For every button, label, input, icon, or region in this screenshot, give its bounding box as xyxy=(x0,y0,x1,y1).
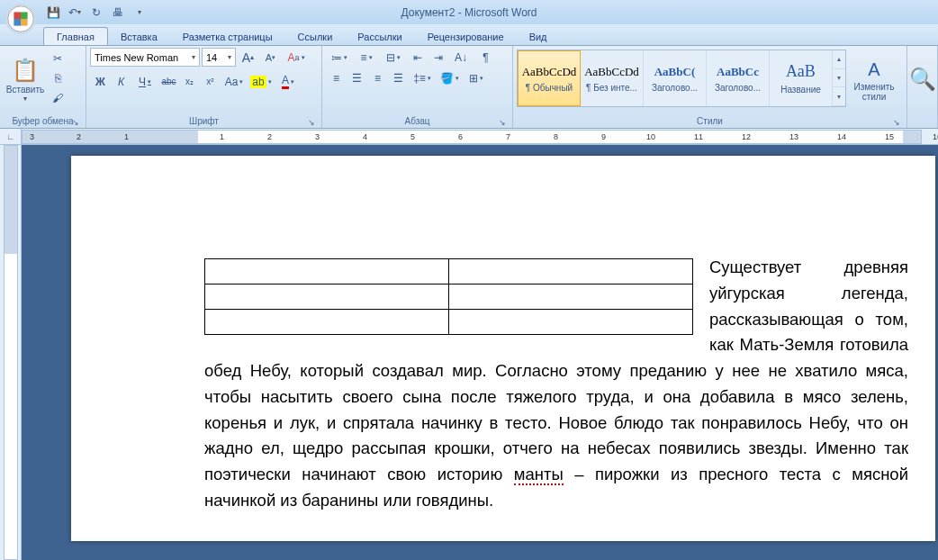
office-button[interactable] xyxy=(4,2,38,36)
group-styles: AaBbCcDd¶ Обычный AaBbCcDd¶ Без инте... … xyxy=(513,46,907,128)
styles-up[interactable]: ▴ xyxy=(833,50,845,69)
table-row[interactable] xyxy=(205,285,693,310)
align-center-button[interactable]: ☰ xyxy=(347,68,367,87)
style-normal[interactable]: AaBbCcDd¶ Обычный xyxy=(518,50,581,106)
tab-review[interactable]: Рецензирование xyxy=(415,28,517,45)
qat-save[interactable]: 💾 xyxy=(43,3,63,23)
align-left-button[interactable]: ≡ xyxy=(326,68,347,87)
clipboard-group-label: Буфер обмена xyxy=(13,116,74,126)
styles-more[interactable]: ▾ xyxy=(833,87,845,106)
table-row[interactable] xyxy=(205,259,693,285)
horizontal-ruler[interactable]: 3 2 1 1 2 3 4 5 6 7 8 9 10 11 12 13 14 1… xyxy=(22,130,922,144)
table-cell[interactable] xyxy=(449,259,693,285)
subscript-button[interactable]: x₂ xyxy=(179,72,200,91)
font-launcher[interactable]: ↘ xyxy=(305,116,317,128)
style-preview: AaBbC( xyxy=(654,65,696,79)
qat-print[interactable]: 🖶 xyxy=(108,3,128,23)
clipboard-launcher[interactable]: ↘ xyxy=(69,116,81,128)
font-size-combo[interactable]: 14▾ xyxy=(202,48,236,67)
sort-button[interactable]: A↓ xyxy=(448,48,475,67)
font-size-value: 14 xyxy=(206,52,217,63)
decrease-indent-button[interactable]: ⇤ xyxy=(407,48,428,67)
title-bar: 💾 ↶▾ ↻ 🖶 ▾ Документ2 - Microsoft Word xyxy=(0,0,938,24)
strikethrough-button[interactable]: abc xyxy=(158,72,179,91)
tab-page-layout[interactable]: Разметка страницы xyxy=(170,28,285,45)
group-clipboard: 📋 Вставить ▾ ✂ ⎘ 🖌 Буфер обмена↘ xyxy=(0,46,86,128)
tab-insert[interactable]: Вставка xyxy=(108,28,170,45)
work-area: Существует древняя уйгурская легенда, ра… xyxy=(0,145,938,560)
table-cell[interactable] xyxy=(205,285,449,310)
tab-home[interactable]: Главная xyxy=(43,27,108,45)
style-no-spacing[interactable]: AaBbCcDd¶ Без инте... xyxy=(581,50,644,106)
qat-undo[interactable]: ↶▾ xyxy=(65,3,85,23)
styles-launcher[interactable]: ↘ xyxy=(890,116,902,128)
font-name-combo[interactable]: Times New Roman▾ xyxy=(90,48,200,67)
vertical-ruler[interactable] xyxy=(0,145,22,560)
qat-redo[interactable]: ↻ xyxy=(86,3,106,23)
font-name-value: Times New Roman xyxy=(95,52,178,63)
style-name: Заголово... xyxy=(652,83,698,93)
table-row[interactable] xyxy=(205,310,693,335)
style-preview: AaBbCcDd xyxy=(522,65,577,79)
grow-font-button[interactable]: A▴ xyxy=(238,48,258,67)
style-name: Заголово... xyxy=(715,83,761,93)
table-cell[interactable] xyxy=(449,310,693,335)
style-name: ¶ Обычный xyxy=(526,83,573,93)
borders-button[interactable]: ⊞▾ xyxy=(463,68,490,87)
bold-button[interactable]: Ж xyxy=(90,72,111,91)
shrink-font-button[interactable]: A▾ xyxy=(260,48,281,67)
find-button[interactable]: 🔍 xyxy=(909,48,936,113)
show-marks-button[interactable]: ¶ xyxy=(475,48,496,67)
qat-customize[interactable]: ▾ xyxy=(130,3,149,23)
tab-references[interactable]: Ссылки xyxy=(285,28,346,45)
style-heading1[interactable]: AaBbC(Заголово... xyxy=(644,50,707,106)
multilevel-button[interactable]: ⊟▾ xyxy=(380,48,407,67)
style-name: ¶ Без инте... xyxy=(586,83,637,93)
clipboard-icon: 📋 xyxy=(12,58,39,83)
quick-access-toolbar: 💾 ↶▾ ↻ 🖶 ▾ xyxy=(43,3,149,23)
styles-down[interactable]: ▾ xyxy=(833,69,845,88)
style-title[interactable]: АаВНазвание xyxy=(770,50,833,106)
cut-button[interactable]: ✂ xyxy=(49,50,67,68)
tab-mailings[interactable]: Рассылки xyxy=(345,28,414,45)
increase-indent-button[interactable]: ⇥ xyxy=(428,48,448,67)
document-table[interactable] xyxy=(204,258,693,335)
clear-formatting-button[interactable]: Aa▾ xyxy=(283,48,310,67)
style-heading2[interactable]: AaBbCcЗаголово... xyxy=(707,50,770,106)
numbering-button[interactable]: ≡▾ xyxy=(353,48,380,67)
change-styles-button[interactable]: A Изменить стили xyxy=(848,48,900,113)
ruler-ticks: 3 2 1 1 2 3 4 5 6 7 8 9 10 11 12 13 14 1… xyxy=(23,131,921,143)
tab-selector[interactable]: ∟ xyxy=(0,129,22,144)
document-area[interactable]: Существует древняя уйгурская легенда, ра… xyxy=(22,145,938,560)
format-painter-button[interactable]: 🖌 xyxy=(49,89,67,107)
highlight-button[interactable]: ab▾ xyxy=(248,72,275,91)
italic-button[interactable]: К xyxy=(111,72,131,91)
paragraph-launcher[interactable]: ↘ xyxy=(496,116,508,128)
table-cell[interactable] xyxy=(205,310,449,335)
superscript-button[interactable]: x² xyxy=(200,72,221,91)
font-color-button[interactable]: A▾ xyxy=(275,72,302,91)
copy-button[interactable]: ⎘ xyxy=(49,69,67,87)
styles-gallery: AaBbCcDd¶ Обычный AaBbCcDd¶ Без инте... … xyxy=(517,50,846,107)
paste-button[interactable]: 📋 Вставить ▾ xyxy=(4,48,47,113)
window-title: Документ2 - Microsoft Word xyxy=(401,6,537,19)
table-cell[interactable] xyxy=(449,285,693,310)
group-font: Times New Roman▾ 14▾ A▴ A▾ Aa▾ Ж К Ч▾ ab… xyxy=(86,46,322,128)
align-right-button[interactable]: ≡ xyxy=(367,68,388,87)
change-case-button[interactable]: Aa▾ xyxy=(221,72,248,91)
bullets-button[interactable]: ≔▾ xyxy=(326,48,353,67)
case-label: Aa xyxy=(225,76,239,88)
spelling-error[interactable]: манты xyxy=(514,465,564,485)
change-styles-icon: A xyxy=(868,59,879,80)
font-color-label: A xyxy=(282,74,289,89)
style-preview: АаВ xyxy=(786,62,816,81)
line-spacing-button[interactable]: ‡≡▾ xyxy=(409,68,436,87)
tab-view[interactable]: Вид xyxy=(517,28,560,45)
shading-button[interactable]: 🪣▾ xyxy=(436,68,463,87)
styles-group-label: Стили xyxy=(697,116,723,126)
style-preview: AaBbCcDd xyxy=(584,65,639,79)
justify-button[interactable]: ☰ xyxy=(388,68,409,87)
undo-icon: ↶ xyxy=(68,6,77,19)
underline-button[interactable]: Ч▾ xyxy=(131,72,158,91)
table-cell[interactable] xyxy=(205,259,449,285)
